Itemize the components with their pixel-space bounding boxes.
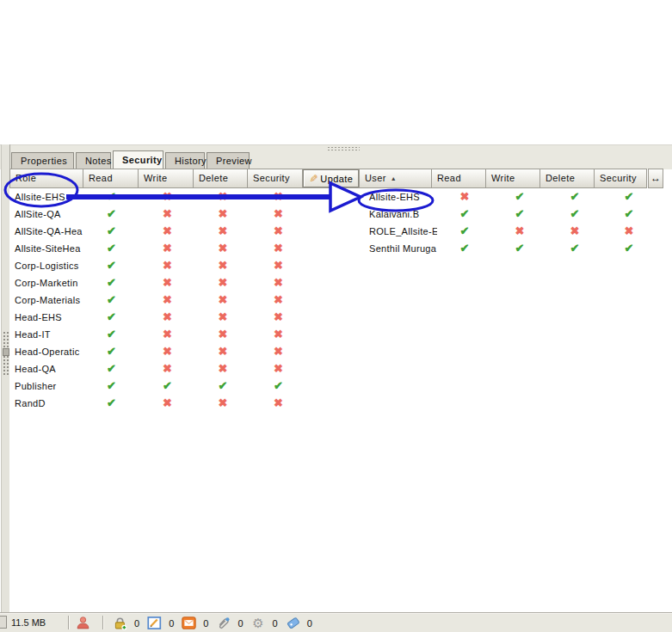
table-row[interactable]: Allsite-EHS✔✖✖✖ [9,188,306,206]
tab-preview[interactable]: Preview [207,152,250,169]
cross-icon[interactable]: ✖ [163,242,172,255]
cross-icon[interactable]: ✖ [219,224,228,237]
cross-icon[interactable]: ✖ [274,224,283,237]
cross-icon[interactable]: ✖ [163,224,172,237]
table-row[interactable]: Corp-Logistics✔✖✖✖ [9,257,306,274]
table-row[interactable]: Allsite-SiteHea✔✖✖✖ [9,240,306,257]
cross-icon[interactable]: ✖ [219,362,228,375]
user-icon[interactable] [76,616,90,630]
cross-icon[interactable]: ✖ [625,224,634,237]
table-row[interactable]: Allsite-EHS✖✔✔✔ [364,188,656,206]
column-header-write-user[interactable]: Write [485,169,540,188]
cross-icon[interactable]: ✖ [219,242,228,255]
column-header-delete-user[interactable]: Delete [539,169,595,188]
cross-icon[interactable]: ✖ [219,345,228,358]
cross-icon[interactable]: ✖ [274,396,283,409]
check-icon[interactable]: ✔ [515,207,525,220]
column-header-user[interactable]: User▲ [359,169,432,188]
cross-icon[interactable]: ✖ [274,207,283,220]
tab-properties[interactable]: Properties [11,152,74,169]
table-row[interactable]: Kalaivani.B✔✔✔✔ [364,206,656,223]
table-row[interactable]: Head-EHS✔✖✖✖ [9,309,306,326]
cross-icon[interactable]: ✖ [274,190,283,203]
table-row[interactable]: Head-QA✔✖✖✖ [9,360,306,377]
cross-icon[interactable]: ✖ [163,310,172,323]
check-icon[interactable]: ✔ [107,345,116,358]
splitter-grip[interactable] [327,146,360,150]
check-icon[interactable]: ✔ [163,379,172,392]
splitter-knob[interactable] [3,348,9,356]
check-icon[interactable]: ✔ [515,190,525,203]
table-row[interactable]: Senthil Muruga✔✔✔✔ [364,240,656,257]
cross-icon[interactable]: ✖ [163,276,172,289]
check-icon[interactable]: ✔ [107,396,116,409]
cross-icon[interactable]: ✖ [570,224,580,237]
resize-columns-button[interactable]: ↔ [648,169,663,188]
table-row[interactable]: Corp-Materials✔✖✖✖ [9,291,306,309]
check-icon[interactable]: ✔ [107,362,116,375]
cross-icon[interactable]: ✖ [460,190,470,203]
check-icon[interactable]: ✔ [107,328,116,341]
check-icon[interactable]: ✔ [625,207,634,220]
check-icon[interactable]: ✔ [107,224,116,237]
column-header-delete-role[interactable]: Delete [193,169,248,188]
cross-icon[interactable]: ✖ [163,190,172,203]
cross-icon[interactable]: ✖ [274,328,283,341]
check-icon[interactable]: ✔ [570,190,580,203]
table-row[interactable]: Head-IT✔✖✖✖ [9,326,306,343]
check-icon[interactable]: ✔ [107,190,116,203]
cross-icon[interactable]: ✖ [219,259,228,272]
check-icon[interactable]: ✔ [274,379,283,392]
check-icon[interactable]: ✔ [460,207,470,220]
mail-icon[interactable] [182,616,196,630]
cross-icon[interactable]: ✖ [163,207,172,220]
cross-icon[interactable]: ✖ [274,276,283,289]
column-header-read-user[interactable]: Read [431,169,486,188]
table-row[interactable]: AllSite-QA-Hea✔✖✖✖ [9,223,306,240]
column-header-security-role[interactable]: Security [247,169,303,188]
cross-icon[interactable]: ✖ [515,224,525,237]
check-icon[interactable]: ✔ [570,207,580,220]
cross-icon[interactable]: ✖ [219,207,228,220]
cross-icon[interactable]: ✖ [219,328,228,341]
cross-icon[interactable]: ✖ [219,310,228,323]
check-icon[interactable]: ✔ [107,259,116,272]
table-row[interactable]: RandD✔✖✖✖ [9,395,306,412]
cross-icon[interactable]: ✖ [274,259,283,272]
table-row[interactable]: AllSite-QA✔✖✖✖ [9,206,306,223]
table-row[interactable]: ROLE_Allsite-E✔✖✖✖ [364,223,656,240]
cross-icon[interactable]: ✖ [163,396,172,409]
cross-icon[interactable]: ✖ [219,396,228,409]
check-icon[interactable]: ✔ [219,379,228,392]
gear-icon[interactable]: ⚙ [251,616,266,630]
check-icon[interactable]: ✔ [570,242,580,255]
lock-icon[interactable] [113,616,127,630]
check-icon[interactable]: ✔ [107,310,116,323]
cross-icon[interactable]: ✖ [274,362,283,375]
tab-security[interactable]: Security [113,150,163,169]
update-button[interactable]: ✎Update [303,169,359,187]
tag-icon[interactable] [286,616,300,630]
cross-icon[interactable]: ✖ [163,259,172,272]
cross-icon[interactable]: ✖ [219,190,228,203]
column-header-security-user[interactable]: Security [594,169,647,188]
cross-icon[interactable]: ✖ [274,242,283,255]
check-icon[interactable]: ✔ [107,242,116,255]
check-icon[interactable]: ✔ [460,224,470,237]
cross-icon[interactable]: ✖ [163,293,172,306]
cross-icon[interactable]: ✖ [219,293,228,306]
cross-icon[interactable]: ✖ [274,345,283,358]
check-icon[interactable]: ✔ [107,379,116,392]
column-header-role[interactable]: Role [9,169,83,188]
column-header-write-role[interactable]: Write [138,169,194,188]
check-icon[interactable]: ✔ [107,207,116,220]
tab-history[interactable]: History [165,152,205,169]
cross-icon[interactable]: ✖ [219,276,228,289]
column-header-read-role[interactable]: Read [83,169,139,188]
attachment-icon[interactable] [216,616,231,630]
check-icon[interactable]: ✔ [460,242,470,255]
cross-icon[interactable]: ✖ [274,310,283,323]
table-row[interactable]: Corp-Marketin✔✖✖✖ [9,274,306,291]
check-icon[interactable]: ✔ [625,242,634,255]
table-row[interactable]: Publisher✔✔✔✔ [9,377,306,395]
